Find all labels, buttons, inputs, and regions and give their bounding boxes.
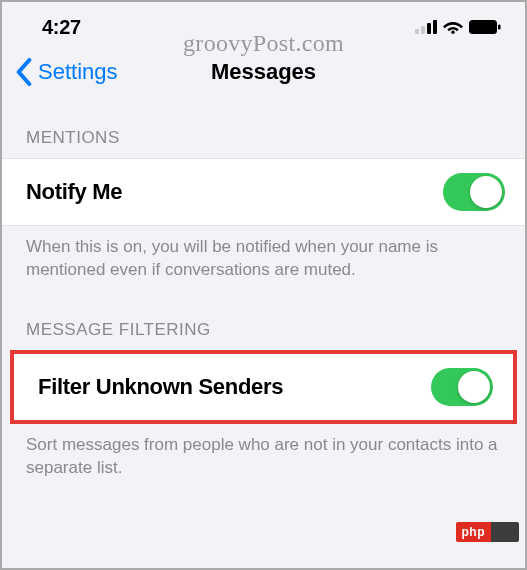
back-button[interactable]: Settings <box>38 59 118 85</box>
section-header-mentions: MENTIONS <box>2 124 525 158</box>
highlight-annotation: Filter Unknown Senders <box>10 350 517 424</box>
status-bar: 4:27 <box>2 2 525 46</box>
badge-text: php <box>456 522 492 542</box>
page-title: Messages <box>211 59 316 85</box>
svg-point-4 <box>451 31 454 34</box>
svg-rect-0 <box>415 29 419 34</box>
wifi-icon <box>443 20 463 34</box>
svg-rect-1 <box>421 26 425 34</box>
svg-rect-2 <box>427 23 431 34</box>
toggle-filter-unknown-senders[interactable] <box>431 368 493 406</box>
cellular-icon <box>415 20 437 34</box>
nav-header: Settings Messages <box>2 46 525 100</box>
status-time: 4:27 <box>42 16 81 39</box>
status-icons <box>415 20 501 34</box>
toggle-knob <box>470 176 502 208</box>
section-header-filtering: MESSAGE FILTERING <box>2 316 525 350</box>
toggle-notify-me[interactable] <box>443 173 505 211</box>
battery-icon <box>469 20 501 34</box>
svg-rect-5 <box>469 20 497 34</box>
section-footer-mentions: When this is on, you will be notified wh… <box>2 226 525 282</box>
back-chevron-icon[interactable] <box>16 58 32 86</box>
row-label-notify-me: Notify Me <box>26 179 122 205</box>
svg-rect-3 <box>433 20 437 34</box>
row-notify-me[interactable]: Notify Me <box>2 158 525 226</box>
row-label-filter-unknown: Filter Unknown Senders <box>38 374 283 400</box>
row-filter-unknown-senders[interactable]: Filter Unknown Senders <box>14 354 513 420</box>
section-footer-filtering: Sort messages from people who are not in… <box>2 424 525 480</box>
badge-block <box>491 522 519 542</box>
source-badge: php <box>456 522 520 542</box>
svg-rect-6 <box>498 25 501 30</box>
toggle-knob <box>458 371 490 403</box>
settings-content: MENTIONS Notify Me When this is on, you … <box>2 100 525 480</box>
